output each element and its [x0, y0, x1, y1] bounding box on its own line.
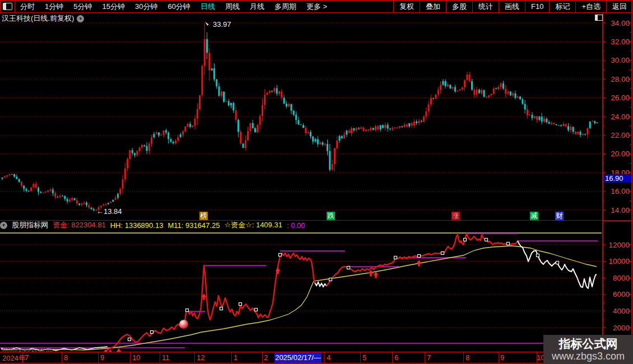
time-label-4: 4 [327, 353, 331, 362]
svg-text:4000: 4000 [613, 307, 630, 315]
tool-button-返回[interactable]: 返回 [606, 1, 632, 12]
svg-text:14.00: 14.00 [611, 206, 630, 214]
svg-text:22.00: 22.00 [611, 131, 630, 139]
divider-tag-财[interactable]: 财 [555, 212, 564, 220]
star-fund-value: ☆资金☆: 1409.31 [224, 220, 282, 230]
site-watermark: 指标公式网 www.zbgs3.com [543, 335, 633, 364]
svg-text:←13.84: ←13.84 [96, 207, 122, 216]
period-tab-周线[interactable]: 周线 [220, 2, 245, 12]
period-menu: 分时1分钟5分钟15分钟30分钟60分钟日线周线月线多周期更多 > [15, 1, 332, 12]
time-label-8: 8 [64, 353, 68, 362]
period-tab-月线[interactable]: 月线 [245, 2, 269, 12]
time-axis-divider [463, 352, 464, 363]
time-axis-divider [231, 352, 232, 363]
time-label-1: 1 [234, 353, 238, 362]
tool-button-+自选[interactable]: +自选 [575, 1, 606, 12]
tool-button-叠加[interactable]: 叠加 [420, 1, 446, 12]
fund-indicator-chart[interactable]: 12000100008000600040002000 [0, 230, 633, 352]
time-label-9: 9 [500, 353, 504, 362]
svg-text:6000: 6000 [613, 290, 630, 298]
indicator-source: 股朋指标网 [12, 220, 48, 230]
stock-title: 汉王科技(日线.前复权) ▾ [2, 13, 84, 24]
period-tab-15分钟[interactable]: 15分钟 [97, 2, 129, 12]
chevron-down-icon[interactable]: ▾ [77, 15, 84, 22]
maximize-panel-icon[interactable] [595, 15, 603, 21]
selected-date-box[interactable]: 2025/02/17/— [274, 352, 322, 363]
svg-text:20.00: 20.00 [611, 150, 630, 158]
svg-text:10000: 10000 [608, 257, 630, 265]
period-tab-30分钟[interactable]: 30分钟 [130, 2, 162, 12]
time-axis-divider [62, 352, 62, 363]
tool-button-标记[interactable]: 标记 [549, 1, 575, 12]
price-axis-line [602, 12, 603, 362]
period-tab-更多 >[interactable]: 更多 > [301, 2, 332, 12]
time-label-12: 12 [197, 353, 204, 362]
time-label-9: 9 [100, 353, 104, 362]
divider-tag-减[interactable]: 减 [530, 212, 538, 220]
candlestick-chart[interactable]: 34.0032.0030.0028.0026.0024.0022.0020.00… [0, 12, 633, 221]
time-axis-divider [499, 352, 499, 363]
time-label-6: 6 [394, 353, 398, 362]
trading-app-window: 分时1分钟5分钟15分钟30分钟60分钟日线周线月线多周期更多 > 复权叠加多股… [0, 0, 633, 364]
svg-text:28.00: 28.00 [611, 75, 630, 83]
time-label-2: 2 [264, 353, 268, 362]
divider-tag-跌[interactable]: 跌 [327, 212, 335, 220]
extra-value: : 0.00 [287, 221, 305, 230]
top-menu-bar: 分时1分钟5分钟15分钟30分钟60分钟日线周线月线多周期更多 > 复权叠加多股… [0, 0, 632, 13]
right-border [631, 0, 632, 364]
window-panel-icon[interactable] [3, 3, 12, 10]
time-axis-divider [324, 352, 324, 363]
svg-text:16.00: 16.00 [611, 187, 630, 195]
stock-title-label: 汉王科技(日线.前复权) [2, 13, 74, 24]
time-label-10: 10 [132, 353, 140, 362]
time-label-5: 5 [362, 353, 366, 362]
watermark-title: 指标公式网 [559, 337, 618, 351]
period-tab-多周期[interactable]: 多周期 [269, 2, 301, 12]
time-axis-divider [392, 352, 393, 363]
time-axis-divider [194, 352, 195, 363]
divider-tag-榜[interactable]: 榜 [199, 212, 208, 220]
tool-button-复权[interactable]: 复权 [393, 1, 420, 12]
svg-text:24.00: 24.00 [611, 113, 630, 121]
time-label-2024年: 2024年 [2, 353, 26, 363]
svg-text:8000: 8000 [613, 274, 630, 282]
tools-menu: 复权叠加多股统计画线F10标记+自选返回 [393, 1, 632, 12]
time-axis: 2024年78910111212456789102025/02/17/— [0, 352, 633, 363]
svg-text:33.97: 33.97 [213, 20, 231, 29]
time-axis-divider [98, 352, 99, 363]
time-label-11: 11 [162, 353, 170, 362]
svg-text:30.00: 30.00 [611, 56, 630, 64]
indicator-chevron-icon[interactable]: ▾ [0, 222, 7, 229]
tool-button-F10[interactable]: F10 [525, 1, 549, 12]
period-tab-分时[interactable]: 分时 [15, 2, 40, 12]
indicator-header: ▾ 股朋指标网 资金: 822304.81 HH: 1336890.13 M11… [0, 221, 602, 230]
svg-text:32.00: 32.00 [611, 38, 630, 46]
time-axis-divider [360, 352, 361, 363]
svg-text:12000: 12000 [608, 241, 630, 249]
divider-tag-涨[interactable]: 涨 [452, 212, 460, 220]
period-tab-60分钟[interactable]: 60分钟 [162, 2, 195, 12]
time-axis-divider [425, 352, 425, 363]
period-tab-1分钟[interactable]: 1分钟 [40, 2, 68, 12]
period-tab-日线[interactable]: 日线 [196, 2, 220, 12]
tool-button-多股[interactable]: 多股 [446, 1, 472, 12]
svg-text:2000: 2000 [613, 324, 630, 332]
period-tab-5分钟[interactable]: 5分钟 [68, 2, 97, 12]
time-label-7: 7 [25, 353, 29, 362]
fund-value: 资金: 822304.81 [53, 220, 106, 230]
hh-value: HH: 1336890.13 [110, 221, 164, 230]
time-axis-divider [262, 352, 263, 363]
tool-button-画线[interactable]: 画线 [499, 1, 525, 12]
time-label-7: 7 [427, 353, 431, 362]
tool-button-统计[interactable]: 统计 [472, 1, 499, 12]
time-label-8: 8 [466, 353, 469, 362]
time-axis-divider [130, 352, 131, 363]
time-axis-divider [160, 352, 160, 363]
svg-text:26.00: 26.00 [611, 94, 630, 102]
svg-text:16.90: 16.90 [605, 174, 623, 183]
watermark-url: www.zbgs3.com [552, 351, 625, 362]
svg-text:34.00: 34.00 [611, 19, 630, 27]
m11-value: M11: 931647.25 [167, 221, 220, 230]
